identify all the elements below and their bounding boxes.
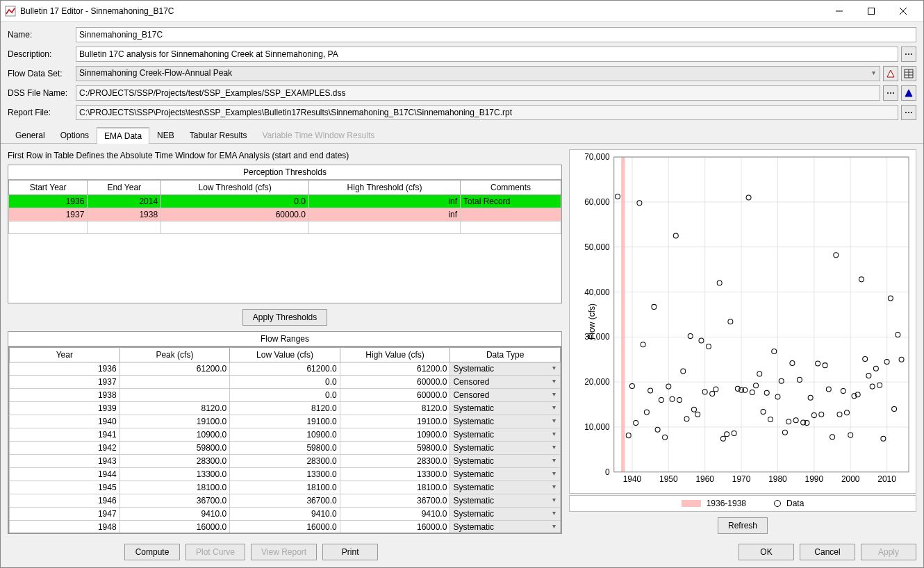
svg-point-123	[881, 436, 886, 441]
svg-point-108	[826, 387, 831, 392]
plot-icon-button[interactable]	[883, 66, 898, 81]
flow-row[interactable]: 19398120.08120.08120.0Systematic	[10, 402, 561, 415]
svg-point-80	[725, 432, 729, 437]
view-report-button: View Report	[251, 544, 317, 560]
flow-row[interactable]: 194413300.013300.013300.0Systematic	[10, 468, 561, 481]
flow-chart[interactable]: Flow (cfs) 010,00020,00030,00040,00050,0…	[569, 149, 916, 494]
flow-row[interactable]: 194518100.018100.018100.0Systematic	[10, 481, 561, 494]
data-type-select[interactable]: Systematic	[450, 508, 561, 521]
flow-row[interactable]: 194816000.016000.016000.0Systematic	[10, 521, 561, 533]
tab-options[interactable]: Options	[53, 127, 97, 143]
tab-ema-data[interactable]: EMA Data	[97, 127, 149, 144]
flow-row[interactable]: 194110900.010900.010900.0Systematic	[10, 428, 561, 442]
flow-row[interactable]: 194259800.059800.059800.0Systematic	[10, 442, 561, 455]
data-type-select[interactable]: Systematic	[450, 481, 561, 494]
svg-point-73	[699, 338, 704, 343]
data-type-select[interactable]: Censored	[450, 389, 561, 402]
svg-point-5	[905, 53, 907, 55]
description-expand-button[interactable]	[901, 47, 916, 62]
col-peak: Peak (cfs)	[119, 348, 230, 362]
svg-point-76	[710, 391, 715, 396]
name-input[interactable]	[76, 27, 916, 42]
threshold-row[interactable]: 193620140.0infTotal Record	[9, 195, 561, 208]
refresh-button[interactable]: Refresh	[718, 517, 768, 534]
dss-file-input[interactable]	[76, 85, 880, 101]
svg-point-72	[695, 412, 700, 417]
svg-point-125	[888, 296, 893, 301]
col-comments: Comments	[460, 181, 561, 195]
svg-point-121	[873, 366, 878, 371]
svg-point-119	[866, 374, 871, 378]
svg-point-77	[713, 387, 718, 392]
svg-point-55	[634, 421, 638, 426]
flow-row[interactable]: 194328300.028300.028300.0Systematic	[10, 455, 561, 468]
svg-point-102	[805, 421, 809, 426]
flow-row[interactable]: 19370.060000.0Censored	[10, 376, 561, 389]
svg-point-107	[823, 363, 827, 368]
chart-legend: 1936-1938 Data	[569, 495, 916, 512]
dss-browse-button[interactable]	[883, 85, 898, 101]
cancel-button[interactable]: Cancel	[800, 544, 855, 560]
titlebar: Bulletin 17 Editor - Sinnemahoning_B17C	[1, 1, 923, 22]
svg-text:70,000: 70,000	[584, 152, 610, 162]
tab-neb[interactable]: NEB	[149, 127, 182, 143]
report-browse-button[interactable]	[901, 105, 916, 120]
svg-point-88	[754, 383, 759, 388]
window-title: Bulletin 17 Editor - Sinnemahoning_B17C	[20, 6, 823, 16]
flow-ranges-grid[interactable]: Flow Ranges Year Peak (cfs) Low Value (c…	[8, 331, 562, 534]
svg-point-14	[893, 92, 894, 94]
svg-text:10,000: 10,000	[584, 422, 610, 432]
data-type-select[interactable]: Systematic	[450, 521, 561, 533]
tab-tabular-results[interactable]: Tabular Results	[182, 127, 255, 143]
svg-text:20,000: 20,000	[584, 377, 610, 387]
data-type-select[interactable]: Systematic	[450, 428, 561, 442]
table-icon-button[interactable]	[901, 66, 916, 81]
dss-plot-icon-button[interactable]	[901, 85, 916, 101]
data-type-select[interactable]: Systematic	[450, 468, 561, 481]
svg-point-53	[626, 433, 631, 438]
data-type-select[interactable]: Censored	[450, 376, 561, 389]
svg-point-86	[746, 195, 751, 200]
col-high-value: High Value (cfs)	[340, 348, 450, 362]
legend-point-swatch	[774, 500, 781, 507]
tab-general[interactable]: General	[8, 127, 53, 143]
flow-row[interactable]: 193661200.061200.061200.0Systematic	[10, 362, 561, 376]
flow-row[interactable]: 194636700.036700.036700.0Systematic	[10, 494, 561, 508]
flow-row[interactable]: 19479410.09410.09410.0Systematic	[10, 508, 561, 521]
data-type-select[interactable]: Systematic	[450, 402, 561, 415]
maximize-button[interactable]	[855, 1, 887, 22]
ok-button[interactable]: OK	[739, 544, 794, 560]
minimize-button[interactable]	[823, 1, 855, 22]
col-high-threshold: High Threshold (cfs)	[309, 181, 461, 195]
data-type-select[interactable]: Systematic	[450, 442, 561, 455]
print-button[interactable]: Print	[322, 544, 378, 560]
svg-point-6	[908, 53, 909, 55]
plot-curve-button: Plot Curve	[185, 544, 245, 560]
svg-text:50,000: 50,000	[584, 242, 610, 252]
svg-point-126	[892, 406, 897, 411]
flow-data-set-select[interactable]: Sinnemahoning Creek-Flow-Annual Peak	[76, 66, 880, 81]
close-button[interactable]	[887, 1, 919, 22]
svg-point-112	[841, 389, 845, 394]
flow-row[interactable]: 194019100.019100.019100.0Systematic	[10, 415, 561, 428]
svg-point-120	[870, 384, 875, 389]
perception-thresholds-grid[interactable]: Perception Thresholds Start Year End Yea…	[8, 165, 562, 303]
report-file-label: Report File:	[8, 108, 73, 117]
svg-point-60	[652, 304, 657, 309]
data-type-select[interactable]: Systematic	[450, 362, 561, 376]
svg-point-91	[764, 390, 769, 395]
threshold-row-blank[interactable]	[9, 222, 561, 234]
svg-text:2010: 2010	[877, 474, 896, 484]
report-file-input[interactable]	[76, 105, 898, 120]
svg-text:1950: 1950	[659, 474, 678, 484]
svg-point-75	[706, 344, 711, 349]
description-input[interactable]	[76, 47, 898, 62]
data-type-select[interactable]: Systematic	[450, 455, 561, 468]
threshold-row[interactable]: 1937193860000.0inf	[9, 208, 561, 222]
data-type-select[interactable]: Systematic	[450, 415, 561, 428]
compute-button[interactable]: Compute	[124, 544, 180, 560]
data-type-select[interactable]: Systematic	[450, 494, 561, 508]
flow-row[interactable]: 19380.060000.0Censored	[10, 389, 561, 402]
apply-thresholds-button[interactable]: Apply Thresholds	[242, 309, 328, 326]
svg-text:1970: 1970	[732, 474, 751, 484]
